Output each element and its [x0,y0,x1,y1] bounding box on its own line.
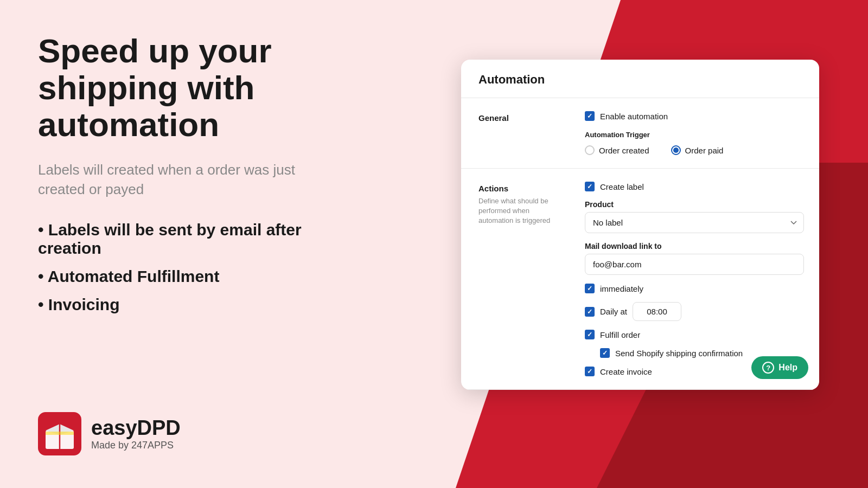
easydpd-logo-icon [38,412,81,455]
svg-rect-4 [46,432,74,435]
feature-item-3: Invoicing [38,296,342,314]
automation-card: Automation General Enable automation Aut… [461,60,819,390]
actions-label: Actions Define what should be performed … [461,169,570,389]
send-shopify-checkbox[interactable] [600,348,610,358]
immediately-row[interactable]: immediately [585,284,804,293]
order-paid-radio[interactable] [671,145,681,155]
logo-section: easyDPD Made by 247APPS [38,412,342,455]
immediately-checkbox[interactable] [585,284,595,293]
order-created-label: Order created [599,146,649,155]
create-label-checkbox[interactable] [585,182,595,191]
logo-tagline: Made by 247APPS [91,440,181,451]
trigger-radio-group: Order created Order paid [585,145,804,155]
feature-list: Labels will be sent by email after creat… [38,221,342,412]
general-section-title: General [478,113,552,123]
general-content: Enable automation Automation Trigger Ord… [570,98,819,168]
enable-automation-checkbox[interactable] [585,111,595,121]
main-heading: Speed up your shipping with automation [38,33,342,144]
order-created-radio[interactable] [585,145,595,155]
actions-section-desc: Define what should be performed when aut… [478,196,552,226]
create-invoice-checkbox[interactable] [585,367,595,376]
sub-heading: Labels will created when a order was jus… [38,160,342,200]
send-shopify-label: Send Shopify shipping confirmation [615,349,743,358]
product-select[interactable]: No label [585,212,804,233]
create-label-text: Create label [600,182,644,191]
card-header: Automation [461,60,819,98]
trigger-section: Automation Trigger Order created Order p… [585,131,804,155]
product-label: Product [585,200,804,209]
help-button[interactable]: ? Help [751,356,808,379]
logo-text-block: easyDPD Made by 247APPS [91,416,181,451]
general-section: General Enable automation Automation Tri… [461,98,819,169]
general-label: General [461,98,570,168]
trigger-order-created[interactable]: Order created [585,145,649,155]
fulfill-order-label: Fulfill order [600,330,640,339]
create-label-row[interactable]: Create label [585,182,804,191]
order-paid-label: Order paid [685,146,724,155]
fulfill-order-checkbox[interactable] [585,330,595,339]
enable-automation-row[interactable]: Enable automation [585,111,804,121]
enable-automation-label: Enable automation [600,112,668,121]
trigger-label: Automation Trigger [585,131,804,139]
mail-download-input[interactable] [585,254,804,275]
logo-name: easyDPD [91,416,181,440]
daily-at-row: Daily at [585,302,804,321]
immediately-label: immediately [600,284,643,293]
daily-at-checkbox[interactable] [585,307,595,317]
mail-download-group: Mail download link to [585,242,804,275]
trigger-order-paid[interactable]: Order paid [671,145,724,155]
actions-section-title: Actions [478,184,552,193]
feature-item-1: Labels will be sent by email after creat… [38,221,342,258]
daily-at-label: Daily at [600,307,627,316]
help-icon: ? [762,362,774,374]
help-label: Help [778,363,797,373]
daily-at-time-input[interactable] [633,302,681,321]
left-panel: Speed up your shipping with automation L… [0,0,380,488]
card-title: Automation [478,73,545,86]
create-invoice-label: Create invoice [600,367,652,376]
feature-item-2: Automated Fulfillment [38,267,342,286]
product-group: Product No label [585,200,804,233]
fulfill-order-row[interactable]: Fulfill order [585,330,804,339]
mail-download-label: Mail download link to [585,242,804,251]
